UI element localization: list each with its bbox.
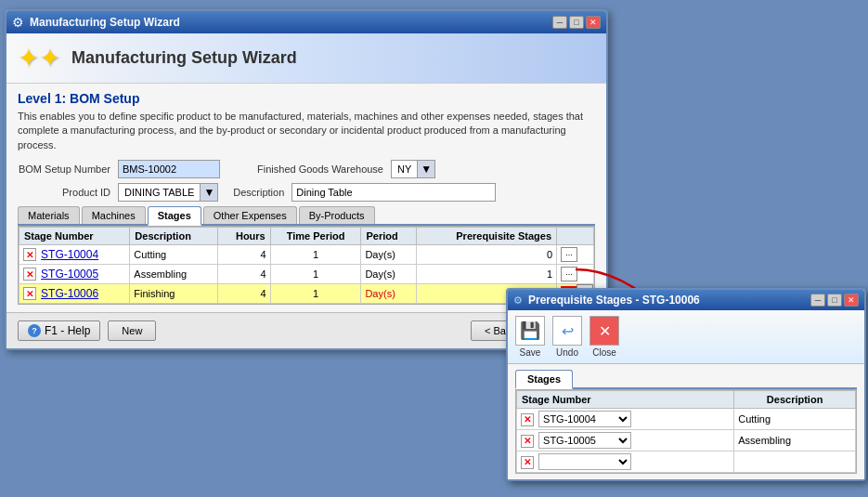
wizard-content: Level 1: BOM Setup This enables you to d… — [6, 84, 606, 312]
delete-row-2[interactable]: ✕ — [23, 268, 36, 281]
tab-machines[interactable]: Machines — [82, 206, 146, 224]
hours-2: 4 — [218, 265, 271, 284]
desc-3: Finishing — [130, 284, 218, 304]
save-tool-icon: 💾 — [515, 316, 545, 346]
prereq-delete-3[interactable]: ✕ — [521, 456, 534, 469]
table-row: ✕ STG-10005 Assembling 4 1 Day(s) 1 ··· — [19, 265, 594, 284]
period-2: Day(s) — [361, 265, 417, 284]
col-prereq-stages: Prerequisite Stages — [417, 228, 557, 245]
product-value: DINING TABLE — [119, 187, 200, 198]
dots-btn-1[interactable]: ··· — [561, 247, 577, 262]
prereq-title-bar: ⚙ Prerequisite Stages - STG-10006 ─ □ ✕ — [508, 290, 864, 310]
prereq-desc-1: Cutting — [734, 409, 856, 430]
description-input[interactable] — [291, 183, 496, 202]
prereq-2: 1 — [417, 265, 557, 284]
tab-prereq-stages[interactable]: Stages — [515, 370, 573, 389]
time-period-2: 1 — [270, 265, 361, 284]
col-stage-number: Stage Number — [19, 228, 130, 245]
col-time-period: Time Period — [270, 228, 361, 245]
dots-btn-2[interactable]: ··· — [561, 267, 577, 281]
period-3: Day(s) — [361, 284, 417, 304]
help-label: F1 - Help — [45, 324, 90, 337]
stage-id-3[interactable]: STG-10006 — [41, 287, 98, 300]
col-description: Description — [130, 228, 218, 245]
save-tool-label: Save — [520, 347, 541, 358]
prereq-stage-select-3[interactable] — [538, 453, 631, 470]
level-title: Level 1: BOM Setup — [18, 91, 595, 106]
undo-tool-label: Undo — [556, 347, 578, 358]
wizard-title: Manufacturing Setup Wizard — [30, 16, 180, 29]
footer-left: ? F1 - Help New — [18, 320, 156, 341]
help-icon: ? — [28, 324, 41, 337]
form-row-bom: BOM Setup Number Finished Goods Warehous… — [18, 160, 595, 178]
table-row: ✕ STG-10004 Cutting — [517, 409, 856, 430]
close-button[interactable]: ✕ — [586, 16, 601, 29]
prereq-delete-2[interactable]: ✕ — [521, 435, 534, 448]
bom-label: BOM Setup Number — [18, 163, 110, 175]
hours-1: 4 — [218, 245, 271, 265]
stage-id-2[interactable]: STG-10005 — [41, 268, 98, 281]
delete-row-1[interactable]: ✕ — [23, 248, 36, 261]
product-dropdown-arrow[interactable]: ▼ — [200, 184, 217, 201]
table-row: ✕ STG-10004 Cutting 4 1 Day(s) 0 ··· — [19, 245, 594, 265]
prereq-stage-select-2[interactable]: STG-10005 — [538, 432, 631, 449]
minimize-button[interactable]: ─ — [552, 16, 567, 29]
wizard-header-title: Manufacturing Setup Wizard — [71, 48, 297, 68]
close-tool-button[interactable]: ✕ Close — [589, 316, 619, 358]
title-controls: ─ □ ✕ — [552, 16, 601, 29]
undo-tool-button[interactable]: ↩ Undo — [552, 316, 582, 358]
undo-tool-icon: ↩ — [552, 316, 582, 346]
prereq-window: ⚙ Prerequisite Stages - STG-10006 ─ □ ✕ … — [506, 288, 866, 481]
desc-1: Cutting — [130, 245, 218, 265]
close-tool-icon: ✕ — [589, 316, 619, 346]
tab-stages[interactable]: Stages — [148, 206, 201, 226]
prereq-table-container: Stage Number Description ✕ STG-10004 Cut… — [515, 389, 857, 474]
form-row-product: Product ID DINING TABLE ▼ Description — [18, 183, 595, 202]
prereq-col-stage: Stage Number — [517, 391, 734, 409]
warehouse-value: NY — [392, 163, 417, 175]
col-hours: Hours — [218, 228, 271, 245]
wizard-header: ✦✦ Manufacturing Setup Wizard — [6, 33, 606, 84]
tab-other-expenses[interactable]: Other Expenses — [203, 206, 297, 224]
product-label: Product ID — [18, 187, 110, 198]
delete-row-3[interactable]: ✕ — [23, 287, 36, 300]
prereq-desc-2: Assembling — [734, 430, 856, 451]
prereq-table: Stage Number Description ✕ STG-10004 Cut… — [516, 390, 856, 473]
tab-by-products[interactable]: By-Products — [299, 206, 375, 224]
time-period-1: 1 — [270, 245, 361, 265]
prereq-close-btn[interactable]: ✕ — [844, 294, 859, 307]
help-button[interactable]: ? F1 - Help — [18, 320, 100, 341]
wizard-icon: ⚙ — [12, 15, 24, 30]
new-button[interactable]: New — [108, 320, 156, 341]
level-description: This enables you to define specific prod… — [18, 110, 595, 152]
wizard-stars-icon: ✦✦ — [18, 43, 60, 73]
stage-id-1[interactable]: STG-10004 — [41, 248, 98, 261]
col-actions — [557, 228, 594, 245]
prereq-1: 0 — [417, 245, 557, 265]
prereq-toolbar: 💾 Save ↩ Undo ✕ Close — [508, 310, 864, 364]
prereq-col-desc: Description — [734, 391, 856, 409]
warehouse-label: Finished Goods Warehouse — [253, 163, 383, 175]
save-tool-button[interactable]: 💾 Save — [515, 316, 545, 358]
close-tool-label: Close — [592, 347, 616, 358]
period-1: Day(s) — [361, 245, 417, 265]
table-row: ✕ STG-10005 Assembling — [517, 430, 856, 451]
wizard-title-bar: ⚙ Manufacturing Setup Wizard ─ □ ✕ — [6, 11, 606, 33]
prereq-minimize-btn[interactable]: ─ — [810, 294, 825, 307]
prereq-maximize-btn[interactable]: □ — [827, 294, 842, 307]
warehouse-dropdown-arrow[interactable]: ▼ — [417, 161, 434, 177]
hours-3: 4 — [218, 284, 271, 304]
maximize-button[interactable]: □ — [569, 16, 584, 29]
desc-2: Assembling — [130, 265, 218, 284]
tabs-bar: Materials Machines Stages Other Expenses… — [18, 206, 595, 226]
prereq-title-controls: ─ □ ✕ — [810, 294, 859, 307]
tab-materials[interactable]: Materials — [18, 206, 80, 224]
prereq-stage-select-1[interactable]: STG-10004 — [538, 411, 631, 427]
desc-label: Description — [233, 187, 284, 198]
prereq-title-left: ⚙ Prerequisite Stages - STG-10006 — [513, 294, 700, 307]
prereq-delete-1[interactable]: ✕ — [521, 413, 534, 426]
prereq-content: Stages Stage Number Description ✕ S — [508, 364, 864, 479]
title-bar-left: ⚙ Manufacturing Setup Wizard — [12, 15, 180, 30]
bom-number-input[interactable] — [118, 160, 220, 178]
prereq-title-text: Prerequisite Stages - STG-10006 — [528, 294, 700, 307]
